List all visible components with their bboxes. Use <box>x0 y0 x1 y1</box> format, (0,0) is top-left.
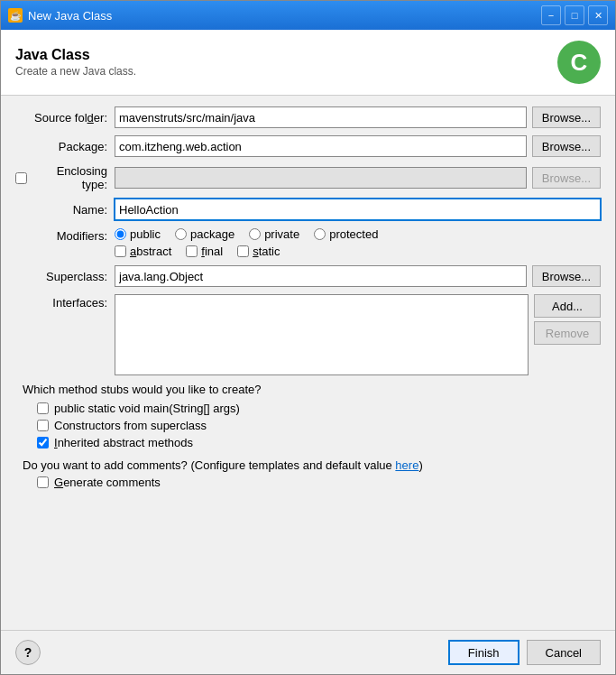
comments-link[interactable]: here <box>395 458 418 472</box>
header-area: Java Class Create a new Java class. C <box>1 30 615 96</box>
help-button[interactable]: ? <box>15 640 41 665</box>
stub-inherited-checkbox[interactable] <box>37 437 49 448</box>
superclass-label: Superclass: <box>15 270 115 283</box>
source-folder-browse-button[interactable]: Browse... <box>532 106 601 128</box>
interfaces-textarea[interactable] <box>115 294 529 375</box>
stubs-section: Which method stubs would you like to cre… <box>15 383 601 449</box>
superclass-browse-button[interactable]: Browse... <box>532 265 601 287</box>
other-modifiers-group: abstract final static <box>115 245 378 258</box>
stubs-question: Which method stubs would you like to cre… <box>23 383 601 396</box>
stub-constructors-label[interactable]: Constructors from superclass <box>54 419 207 432</box>
maximize-button[interactable]: □ <box>565 5 584 25</box>
package-input[interactable] <box>115 135 527 157</box>
enclosing-type-browse-button[interactable]: Browse... <box>532 167 601 189</box>
modifier-public-radio[interactable] <box>115 228 126 240</box>
source-folder-input[interactable] <box>115 106 527 128</box>
stub-inherited-row: Inherited abstract methods <box>23 436 601 449</box>
modifier-static-label[interactable]: static <box>237 245 280 258</box>
interfaces-remove-button[interactable]: Remove <box>534 321 601 345</box>
content-area: Source folder: Browse... Package: Browse… <box>1 96 615 630</box>
stub-constructors-checkbox[interactable] <box>37 420 49 431</box>
interfaces-row: Interfaces: Add... Remove <box>15 294 601 375</box>
stub-inherited-label[interactable]: Inherited abstract methods <box>54 436 193 449</box>
stub-main-label[interactable]: public static void main(String[] args) <box>54 402 240 415</box>
title-bar: ☕ New Java Class − □ ✕ <box>1 1 615 30</box>
modifiers-row: Modifiers: public package private <box>15 227 601 258</box>
cancel-button[interactable]: Cancel <box>527 640 601 665</box>
interfaces-label: Interfaces: <box>15 294 115 310</box>
minimize-button[interactable]: − <box>541 5 561 25</box>
enclosing-type-input[interactable] <box>115 167 527 189</box>
modifier-abstract-checkbox[interactable] <box>115 245 126 257</box>
name-row: Name: <box>15 199 601 220</box>
close-button[interactable]: ✕ <box>588 5 608 25</box>
enclosing-type-row: Enclosing type: Browse... <box>15 164 601 191</box>
modifier-private-label[interactable]: private <box>249 227 299 241</box>
modifier-final-checkbox[interactable] <box>186 245 198 257</box>
enclosing-type-label-wrapper: Enclosing type: <box>15 164 115 191</box>
package-label: Package: <box>15 140 115 153</box>
header-subtitle: Create a new Java class. <box>15 65 136 78</box>
footer-left: ? <box>15 640 41 665</box>
modifier-protected-label[interactable]: protected <box>314 227 378 241</box>
generate-comments-label[interactable]: Generate comments <box>54 476 161 489</box>
modifier-final-label[interactable]: final <box>186 245 223 258</box>
source-folder-row: Source folder: Browse... <box>15 106 601 128</box>
modifier-package-radio[interactable] <box>175 228 187 240</box>
modifier-static-checkbox[interactable] <box>237 245 249 257</box>
modifier-public-label[interactable]: public <box>115 227 161 241</box>
title-bar-controls: − □ ✕ <box>541 5 608 25</box>
superclass-row: Superclass: Browse... <box>15 265 601 287</box>
footer-right: Finish Cancel <box>448 640 601 665</box>
interfaces-buttons: Add... Remove <box>534 294 601 345</box>
name-input[interactable] <box>115 199 601 220</box>
modifiers-content: public package private protected <box>115 227 378 258</box>
footer: ? Finish Cancel <box>1 630 615 674</box>
generate-comments-checkbox[interactable] <box>37 476 49 488</box>
source-folder-label: Source folder: <box>15 111 115 125</box>
modifier-abstract-label[interactable]: abstract <box>115 245 171 258</box>
enclosing-type-checkbox[interactable] <box>15 172 27 184</box>
stub-constructors-row: Constructors from superclass <box>23 419 601 432</box>
comments-row: Generate comments <box>23 476 601 489</box>
name-label: Name: <box>15 203 115 217</box>
window-icon: ☕ <box>8 8 23 23</box>
window: ☕ New Java Class − □ ✕ Java Class Create… <box>0 0 616 675</box>
modifier-private-radio[interactable] <box>249 228 261 240</box>
superclass-input[interactable] <box>115 265 527 287</box>
header-text: Java Class Create a new Java class. <box>15 47 136 78</box>
modifiers-label: Modifiers: <box>15 227 115 243</box>
stub-main-checkbox[interactable] <box>37 402 49 414</box>
comments-section: Do you want to add comments? (Configure … <box>15 458 601 489</box>
modifier-package-label[interactable]: package <box>175 227 234 241</box>
access-modifiers-group: public package private protected <box>115 227 378 241</box>
modifier-protected-radio[interactable] <box>314 228 326 240</box>
header-logo: C <box>557 41 601 84</box>
package-row: Package: Browse... <box>15 135 601 157</box>
finish-button[interactable]: Finish <box>448 640 519 665</box>
comments-question: Do you want to add comments? (Configure … <box>23 458 601 472</box>
window-title: New Java Class <box>28 9 541 23</box>
interfaces-add-button[interactable]: Add... <box>534 294 601 318</box>
header-title: Java Class <box>15 47 136 63</box>
package-browse-button[interactable]: Browse... <box>532 135 601 157</box>
stub-main-row: public static void main(String[] args) <box>23 402 601 415</box>
